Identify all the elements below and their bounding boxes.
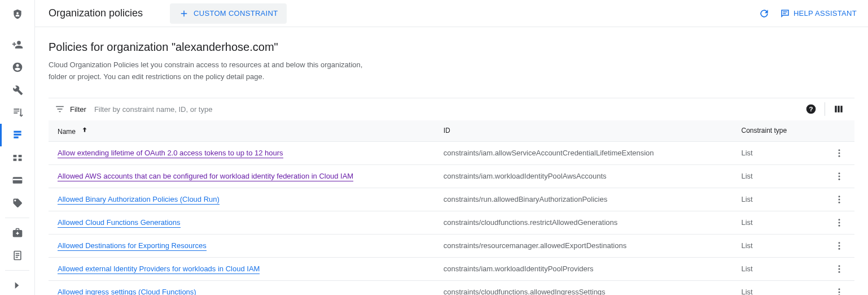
cell-id: constraints/iam.allowServiceAccountCrede… [437, 141, 735, 164]
more-actions-button[interactable] [832, 239, 846, 253]
svg-point-35 [838, 271, 840, 272]
cell-id: constraints/run.allowedBinaryAuthorizati… [437, 188, 735, 211]
sidenav-expand[interactable] [0, 274, 34, 295]
svg-rect-6 [12, 179, 22, 181]
more-actions-button[interactable] [832, 193, 846, 206]
sidenav-item-policies[interactable] [0, 101, 34, 124]
cell-id: constraints/iam.workloadIdentityPoolProv… [437, 257, 735, 280]
svg-rect-3 [13, 159, 16, 161]
svg-point-33 [838, 265, 840, 267]
column-header-constraint-type[interactable]: Constraint type [735, 120, 824, 142]
custom-constraint-label: CUSTOM CONSTRAINT [194, 9, 278, 18]
more-vert-icon [834, 241, 844, 251]
more-actions-button[interactable] [832, 285, 846, 295]
sidenav-item-labels[interactable] [0, 192, 34, 214]
svg-point-32 [838, 248, 840, 249]
custom-constraint-button[interactable]: CUSTOM CONSTRAINT [170, 3, 287, 24]
cell-actions [823, 211, 854, 234]
svg-point-22 [838, 175, 840, 177]
svg-rect-2 [18, 155, 21, 157]
policy-link[interactable]: Allow extending lifetime of OAuth 2.0 ac… [58, 149, 283, 158]
policy-link[interactable]: Allowed Cloud Functions Generations [58, 218, 181, 228]
refresh-button[interactable] [753, 2, 775, 25]
sidenav-item-account[interactable] [0, 56, 34, 79]
page-header: Organization policies CUSTOM CONSTRAINT … [35, 0, 868, 27]
svg-rect-15 [835, 106, 836, 112]
column-header-name[interactable]: Name [49, 120, 437, 142]
svg-rect-1 [13, 155, 16, 157]
content-subtitle: Policies for organization "alexanderhose… [49, 41, 854, 54]
cell-actions [823, 280, 854, 295]
svg-rect-17 [840, 106, 842, 112]
cell-id: constraints/iam.workloadIdentityPoolAwsA… [437, 164, 735, 188]
filter-bar: Filter ? [49, 98, 854, 120]
cell-name: Allow extending lifetime of OAuth 2.0 ac… [49, 141, 437, 164]
policy-link[interactable]: Allowed AWS accounts that can be configu… [58, 172, 353, 181]
side-nav [0, 0, 35, 295]
table-row: Allowed ingress settings (Cloud Function… [49, 280, 854, 295]
cell-id: constraints/resourcemanager.allowedExpor… [437, 234, 735, 257]
svg-point-29 [838, 224, 840, 226]
svg-point-27 [838, 219, 840, 220]
more-vert-icon [834, 171, 844, 181]
sidenav-item-user-add[interactable] [0, 33, 34, 56]
cell-actions [823, 141, 854, 164]
sort-ascending-icon [81, 126, 89, 134]
cell-constraint-type: List [735, 141, 824, 164]
filter-input[interactable] [94, 105, 800, 114]
cell-constraint-type: List [735, 234, 824, 257]
sidenav-item-org-policies[interactable] [0, 124, 34, 146]
cell-actions [823, 164, 854, 188]
more-vert-icon [834, 287, 844, 295]
cell-constraint-type: List [735, 280, 824, 295]
svg-point-37 [838, 291, 840, 293]
svg-point-28 [838, 222, 840, 223]
cell-actions [823, 188, 854, 211]
more-actions-button[interactable] [832, 146, 846, 160]
sidenav-item-logs[interactable] [0, 244, 34, 267]
plus-icon [179, 8, 189, 19]
more-actions-button[interactable] [832, 216, 846, 229]
svg-point-30 [838, 242, 840, 244]
policy-link[interactable]: Allowed external Identity Providers for … [58, 264, 260, 274]
svg-point-20 [838, 155, 840, 157]
more-actions-button[interactable] [832, 170, 846, 183]
policy-link[interactable]: Allowed Destinations for Exporting Resou… [58, 241, 207, 251]
svg-rect-16 [838, 106, 839, 112]
cell-id: constraints/cloudfunctions.restrictAllow… [437, 211, 735, 234]
security-shield-icon [11, 7, 24, 21]
sidenav-item-tools[interactable] [0, 79, 34, 101]
content-description: Cloud Organization Policies let you cons… [49, 59, 365, 83]
column-header-id[interactable]: ID [437, 120, 735, 142]
columns-icon-button[interactable] [827, 98, 850, 120]
cell-actions [823, 234, 854, 257]
svg-point-21 [838, 172, 840, 174]
more-vert-icon [834, 264, 844, 274]
sidenav-item-settings[interactable] [0, 222, 34, 244]
svg-point-31 [838, 245, 840, 246]
svg-point-26 [838, 201, 840, 203]
more-actions-button[interactable] [832, 262, 846, 276]
table-row: Allowed external Identity Providers for … [49, 257, 854, 280]
sidenav-item-billing[interactable] [0, 169, 34, 192]
refresh-icon [759, 8, 770, 19]
policy-link[interactable]: Allowed Binary Authorization Policies (C… [58, 195, 220, 205]
cell-name: Allowed ingress settings (Cloud Function… [49, 280, 437, 295]
table-row: Allowed Cloud Functions Generationsconst… [49, 211, 854, 234]
svg-point-24 [838, 196, 840, 197]
sidenav-item-workload[interactable] [0, 146, 34, 169]
table-row: Allowed AWS accounts that can be configu… [49, 164, 854, 188]
help-icon-button[interactable]: ? [800, 98, 822, 120]
svg-point-23 [838, 178, 840, 180]
more-vert-icon [834, 194, 844, 205]
svg-text:?: ? [809, 105, 813, 112]
cell-name: Allowed Destinations for Exporting Resou… [49, 234, 437, 257]
svg-point-36 [838, 288, 840, 290]
help-assistant-label: HELP ASSISTANT [794, 9, 857, 18]
policies-table: Name ID Constraint type Allow extending … [49, 120, 854, 295]
cell-name: Allowed Cloud Functions Generations [49, 211, 437, 234]
help-assistant-button[interactable]: HELP ASSISTANT [780, 8, 857, 19]
policy-link[interactable]: Allowed ingress settings (Cloud Function… [58, 288, 196, 295]
svg-point-18 [838, 149, 840, 151]
more-vert-icon [834, 148, 844, 158]
